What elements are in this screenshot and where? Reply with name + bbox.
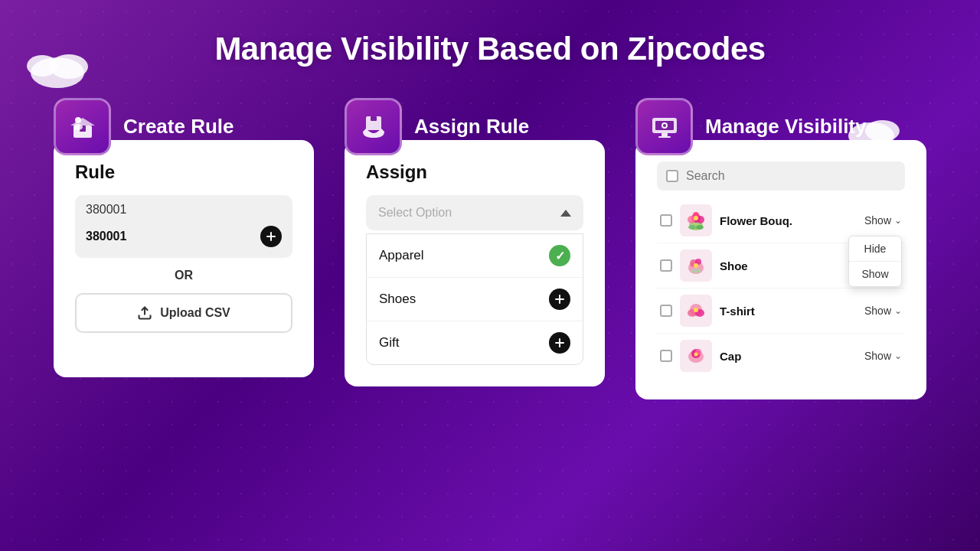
tshirt-name: T-shirt <box>720 305 857 318</box>
assign-option-label-gift: Gift <box>379 335 399 350</box>
screen-settings-icon <box>649 112 680 142</box>
item-checkbox-tshirt[interactable] <box>660 305 672 317</box>
svg-rect-10 <box>662 133 668 136</box>
assign-option-label-apparel: Apparel <box>379 248 424 263</box>
visibility-item-flower-bouq: Flower Bouq. Show ⌄ Hide Show <box>657 198 905 243</box>
show-option[interactable]: Show <box>849 262 901 286</box>
tshirt-thumbnail <box>680 295 712 327</box>
visibility-item-tshirt: T-shirt Show ⌄ <box>657 289 905 334</box>
flower-bouq-img <box>681 206 710 235</box>
shoe-name: Shoe <box>720 259 857 272</box>
assign-options-list: Apparel Shoes Gift <box>366 233 583 365</box>
svg-point-21 <box>696 225 704 230</box>
flower-bouq-chevron: ⌄ <box>894 215 902 226</box>
rule-input-wrapper: 380001 <box>75 195 292 258</box>
cap-thumbnail <box>680 340 712 372</box>
tshirt-chevron: ⌄ <box>894 305 902 316</box>
upload-csv-label: Upload CSV <box>160 306 230 320</box>
upload-icon <box>137 305 152 321</box>
svg-point-19 <box>694 216 698 220</box>
page-wrapper: Manage Visibility Based on Zipcodes Crea… <box>0 0 980 551</box>
item-checkbox-cap[interactable] <box>660 350 672 362</box>
svg-marker-1 <box>70 118 95 126</box>
hide-option[interactable]: Hide <box>849 236 901 262</box>
check-icon-apparel <box>549 245 570 266</box>
header: Manage Visibility Based on Zipcodes <box>214 31 765 67</box>
add-icon-gift[interactable] <box>549 332 570 354</box>
or-divider: OR <box>75 269 292 282</box>
assign-select-dropdown[interactable]: Select Option <box>366 195 583 230</box>
item-checkbox-shoe[interactable] <box>660 259 672 272</box>
assign-option-label-shoes: Shoes <box>379 292 416 307</box>
svg-point-25 <box>694 263 698 268</box>
rule-item-text: 380001 <box>86 230 126 243</box>
tshirt-visibility-label: Show <box>864 305 891 317</box>
manage-visibility-icon <box>635 98 693 155</box>
create-rule-title: Create Rule <box>123 115 234 139</box>
assign-option-shoes[interactable]: Shoes <box>367 278 583 321</box>
tshirt-show-dropdown[interactable]: Show ⌄ <box>864 305 902 317</box>
create-rule-icon <box>54 98 111 155</box>
cap-name: Cap <box>720 350 857 363</box>
assign-option-gift[interactable]: Gift <box>367 321 583 364</box>
svg-rect-7 <box>371 116 377 121</box>
svg-point-20 <box>688 225 696 230</box>
assign-rule-section: Assign Rule Assign Select Option Apparel <box>345 98 605 386</box>
assign-rule-card: Assign Select Option Apparel Shoes <box>345 140 605 386</box>
svg-point-26 <box>691 269 701 273</box>
manage-visibility-card: Flower Bouq. Show ⌄ Hide Show <box>635 140 926 399</box>
flower-bouq-visibility-label: Show <box>864 214 891 227</box>
svg-point-13 <box>663 124 666 127</box>
visibility-item-cap: Cap Show ⌄ <box>657 334 905 378</box>
item-checkbox-flower[interactable] <box>660 214 672 227</box>
chevron-up-icon <box>560 210 571 217</box>
search-input[interactable] <box>686 169 896 183</box>
create-rule-card-heading: Rule <box>75 161 292 183</box>
assign-rule-title: Assign Rule <box>414 115 529 139</box>
cap-visibility-label: Show <box>864 350 891 362</box>
manage-visibility-section: Manage Visibility <box>635 98 926 399</box>
upload-csv-button[interactable]: Upload CSV <box>75 293 292 333</box>
cards-row: Create Rule Rule 380001 OR <box>46 98 934 399</box>
cloud-left-decoration <box>23 46 115 88</box>
assign-rule-icon <box>345 98 402 155</box>
flower-bouq-thumbnail <box>680 204 712 236</box>
rule-item: 380001 <box>86 223 282 250</box>
hand-box-icon <box>358 112 389 142</box>
flower-bouq-name: Flower Bouq. <box>720 214 857 227</box>
add-rule-button[interactable] <box>260 226 282 247</box>
cap-chevron: ⌄ <box>894 350 902 361</box>
svg-point-3 <box>75 117 81 123</box>
search-checkbox[interactable] <box>666 170 678 182</box>
flower-bouq-show-dropdown[interactable]: Show ⌄ Hide Show <box>864 214 902 227</box>
assign-card-heading: Assign <box>366 161 583 183</box>
visibility-dropdown-menu: Hide Show <box>848 236 902 287</box>
shoe-img <box>681 251 710 280</box>
svg-point-34 <box>694 353 698 357</box>
assign-option-apparel[interactable]: Apparel <box>367 234 583 278</box>
cap-show-dropdown[interactable]: Show ⌄ <box>864 350 902 362</box>
create-rule-section: Create Rule Rule 380001 OR <box>54 98 314 377</box>
search-row <box>657 161 905 191</box>
add-icon-shoes[interactable] <box>549 289 570 310</box>
package-people-icon <box>67 112 98 142</box>
rule-input[interactable] <box>86 203 282 217</box>
tshirt-img <box>681 296 710 325</box>
svg-rect-11 <box>658 136 671 138</box>
assign-select-placeholder: Select Option <box>378 206 452 220</box>
cap-img <box>681 341 710 370</box>
create-rule-card: Rule 380001 OR Upload CSV <box>54 140 314 377</box>
page-title: Manage Visibility Based on Zipcodes <box>214 31 765 67</box>
svg-point-4 <box>74 124 83 130</box>
svg-point-30 <box>694 308 698 312</box>
shoe-thumbnail <box>680 249 712 282</box>
